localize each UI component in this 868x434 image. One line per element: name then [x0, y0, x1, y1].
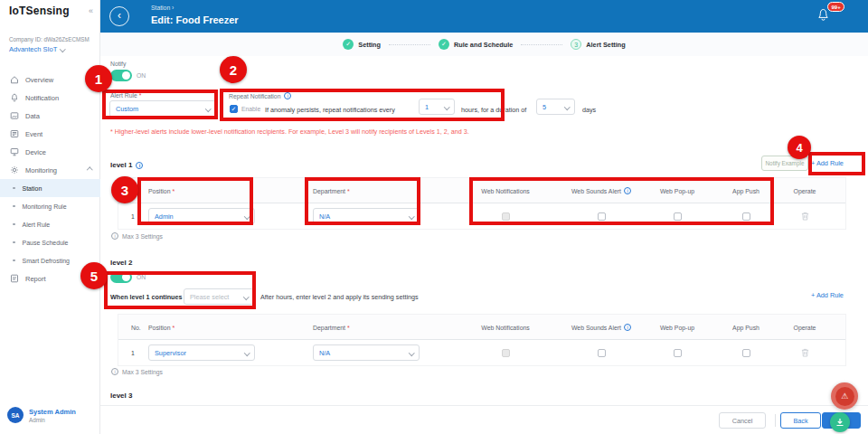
chevron-down-icon — [243, 294, 249, 299]
sidebar-collapse-icon[interactable]: « — [89, 6, 93, 15]
user-profile[interactable]: SA System Admin Admin — [7, 407, 76, 423]
alert-rule-select[interactable]: Custom — [109, 100, 216, 118]
web-notifications-checkbox — [502, 349, 510, 357]
company-id: Company ID: dWa26ZsECMSM — [9, 36, 90, 42]
sidebar-item-label: Monitoring Rule — [23, 203, 67, 210]
chevron-down-icon — [444, 104, 449, 109]
level3-title-text: level 3 — [110, 392, 132, 400]
user-name: System Admin — [29, 408, 76, 416]
back-step-button[interactable]: Back — [780, 412, 821, 429]
breadcrumb[interactable]: Station › — [151, 5, 174, 11]
step-rule-schedule: ✓ Rule and Schedule — [439, 39, 513, 50]
info-icon[interactable]: i — [624, 324, 631, 331]
sidebar-item-device[interactable]: Device — [0, 143, 100, 161]
notification-bell-icon[interactable] — [817, 8, 829, 25]
app-window: IoTSensing « Company ID: dWa26ZsECMSM Ad… — [0, 0, 868, 434]
list-icon — [10, 129, 19, 138]
sidebar-item-notification[interactable]: Notification — [0, 89, 100, 107]
web-sounds-alert-checkbox[interactable] — [598, 349, 606, 357]
condition-placeholder: Please select — [190, 293, 229, 301]
back-button[interactable]: ‹ — [109, 6, 129, 26]
alert-rule-label: Alert Rule* — [110, 92, 142, 99]
delete-icon[interactable] — [801, 212, 809, 222]
web-notifications-checkbox — [502, 212, 510, 221]
repeat-every-select[interactable]: 1 — [419, 99, 455, 115]
company-selector[interactable]: Advantech SIoT — [9, 45, 65, 53]
required-mark: * — [139, 92, 142, 99]
step-alert-setting: 3 Alert Setting — [571, 39, 625, 50]
info-icon[interactable]: i — [284, 92, 291, 99]
col-web-notifications: Web Notifications — [469, 315, 542, 340]
sidebar-item-label: Data — [25, 112, 40, 120]
user-role: Admin — [29, 417, 76, 423]
step-connector — [521, 44, 562, 45]
department-select[interactable]: N/A — [313, 208, 420, 224]
info-icon[interactable]: i — [136, 162, 143, 169]
web-pop-up-checkbox[interactable] — [674, 349, 682, 357]
cancel-button[interactable]: Cancel — [719, 412, 766, 429]
sidebar-item-pause-schedule[interactable]: Pause Schedule — [0, 233, 100, 251]
position-select[interactable]: Supervisor — [148, 344, 255, 361]
sidebar-item-label: Alert Rule — [23, 222, 51, 228]
repeat-label-text: Repeat Notification — [229, 93, 280, 99]
sidebar-item-label: Smart Defrosting — [23, 258, 71, 264]
app-logo: IoTSensing — [9, 5, 70, 17]
sidebar-item-monitoring-rule[interactable]: Monitoring Rule — [0, 197, 100, 215]
col-department: Department* — [313, 178, 421, 203]
col-position: Position* — [148, 178, 257, 203]
bullet-icon — [13, 205, 15, 208]
chevron-down-icon — [244, 213, 250, 219]
web-pop-up-checkbox[interactable] — [674, 212, 682, 221]
chevron-down-icon — [564, 104, 570, 109]
table-row: 1 Supervisor N/A — [118, 340, 845, 365]
notify-example-button[interactable]: Notify Example — [761, 156, 808, 171]
department-select[interactable]: N/A — [313, 344, 420, 361]
repeat-notification-label: Repeat Notification i — [229, 92, 291, 99]
notification-badge: 99+ — [827, 2, 844, 12]
bullet-icon — [13, 259, 15, 262]
alarm-fab-button[interactable]: ⚠ — [831, 382, 858, 410]
breadcrumb-station[interactable]: Station — [151, 5, 170, 11]
level2-title-text: level 2 — [110, 259, 132, 267]
repeat-every-value: 1 — [425, 103, 429, 111]
footer-divider — [775, 414, 776, 427]
sidebar-menu: Overview Notification Data Event Device … — [0, 71, 100, 288]
chevron-down-icon — [205, 106, 211, 111]
sidebar-item-smart-defrosting[interactable]: Smart Defrosting — [0, 251, 100, 269]
notify-toggle[interactable] — [110, 70, 132, 81]
level2-condition-select[interactable]: Please select — [184, 288, 254, 305]
breadcrumb-separator: › — [172, 5, 174, 11]
sidebar-item-data[interactable]: Data — [0, 107, 100, 125]
sidebar: IoTSensing « Company ID: dWa26ZsECMSM Ad… — [0, 0, 100, 434]
repeat-text-2: hours, for a duration of — [461, 106, 526, 114]
step-label: Setting — [358, 41, 381, 49]
level2-add-rule-button[interactable]: + Add Rule — [811, 291, 844, 299]
repeat-text-1: If anomaly persists, repeat notification… — [265, 106, 395, 114]
sidebar-item-monitoring[interactable]: Monitoring — [0, 161, 100, 179]
app-push-checkbox[interactable] — [742, 349, 750, 357]
app-push-checkbox[interactable] — [742, 212, 750, 221]
info-icon[interactable]: i — [624, 187, 631, 194]
sidebar-item-station[interactable]: Station — [0, 179, 100, 197]
enable-checkbox[interactable]: ✓ — [230, 105, 238, 113]
chevron-down-icon — [409, 213, 414, 219]
table-row: 1 Admin N/A — [118, 203, 845, 229]
sidebar-item-overview[interactable]: Overview — [0, 71, 100, 89]
level1-add-rule-button[interactable]: + Add Rule — [811, 159, 844, 167]
web-sounds-alert-checkbox[interactable] — [598, 212, 606, 221]
bell-icon — [10, 93, 19, 102]
level1-title: level 1 i — [110, 161, 143, 169]
download-fab-button[interactable] — [830, 412, 850, 432]
max-note-text: Max 3 Settings — [122, 233, 163, 240]
repeat-duration-select[interactable]: 5 — [536, 99, 575, 115]
position-select[interactable]: Admin — [148, 208, 255, 224]
page-title: Edit: Food Freezer — [151, 14, 239, 25]
sidebar-item-alert-rule[interactable]: Alert Rule — [0, 215, 100, 233]
check-icon: ✓ — [439, 39, 449, 50]
step-number: 3 — [571, 39, 581, 50]
page-header: ‹ Station › Edit: Food Freezer 99+ — [100, 0, 868, 33]
delete-icon[interactable] — [801, 348, 809, 358]
level2-toggle[interactable] — [110, 271, 132, 283]
sidebar-item-event[interactable]: Event — [0, 125, 100, 143]
sidebar-item-report[interactable]: Report — [0, 269, 100, 288]
